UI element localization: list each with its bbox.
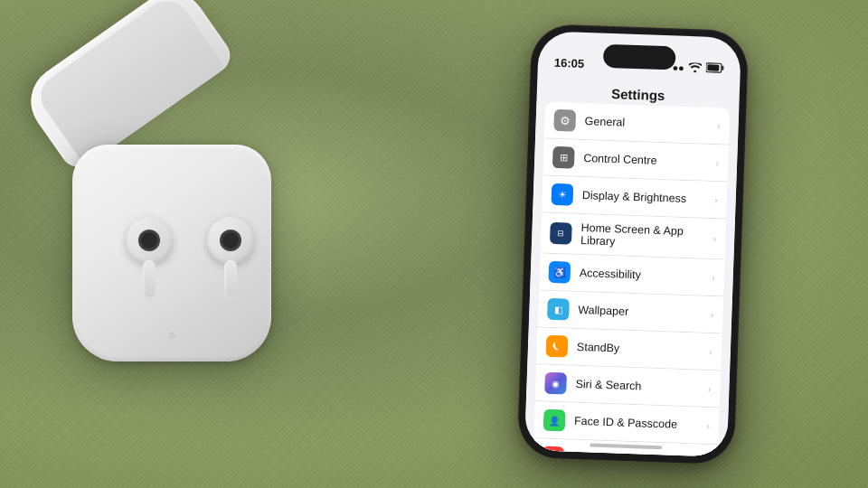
- display-icon: ☀: [551, 183, 573, 206]
- standby-chevron: ›: [709, 346, 712, 357]
- faceid-icon: 👤: [543, 409, 566, 432]
- settings-item-home-screen[interactable]: ⊟ Home Screen & App Library ›: [541, 212, 726, 259]
- airpod-right: [199, 217, 262, 298]
- wallpaper-icon: ◧: [547, 298, 570, 321]
- battery-icon: [706, 62, 724, 76]
- accessibility-chevron: ›: [712, 272, 715, 283]
- control-centre-label: Control Centre: [583, 152, 716, 169]
- siri-chevron: ›: [708, 383, 712, 394]
- accessibility-label: Accessibility: [580, 267, 712, 284]
- svg-rect-1: [722, 66, 723, 70]
- wallpaper-label: Wallpaper: [578, 304, 711, 321]
- settings-list[interactable]: ⚙ General › ⊞ Control Centre › ☀: [524, 101, 739, 457]
- airpods-container: [54, 90, 289, 361]
- airpods-inside: [108, 217, 271, 298]
- dynamic-island: [603, 44, 676, 70]
- airpod-right-bud: [207, 217, 254, 264]
- general-label: General: [584, 115, 717, 132]
- airpod-left: [118, 217, 181, 298]
- airpods-case: [72, 145, 271, 361]
- home-screen-label: Home Screen & App Library: [580, 221, 713, 251]
- control-centre-chevron: ›: [715, 157, 719, 168]
- standby-label: StandBy: [577, 341, 710, 358]
- siri-label: Siri & Search: [575, 378, 708, 395]
- accessibility-icon: ♿: [548, 261, 571, 284]
- settings-item-siri[interactable]: ◉ Siri & Search ›: [535, 364, 721, 408]
- home-screen-chevron: ›: [712, 233, 716, 244]
- display-chevron: ›: [714, 194, 718, 205]
- case-led: [168, 332, 175, 339]
- status-icons: ●●: [672, 61, 724, 75]
- svg-rect-2: [707, 64, 719, 70]
- airpod-right-stem: [224, 260, 237, 298]
- iphone: 16:05 ●● Settings: [517, 23, 750, 465]
- general-icon: ⚙: [553, 109, 576, 132]
- airpod-left-bud: [126, 217, 173, 264]
- siri-icon: ◉: [544, 372, 567, 395]
- settings-item-standby[interactable]: ⏾ StandBy ›: [536, 327, 722, 371]
- emergency-icon: SOS: [542, 446, 564, 457]
- general-chevron: ›: [717, 120, 721, 131]
- wallpaper-chevron: ›: [710, 309, 713, 320]
- control-centre-icon: ⊞: [552, 146, 575, 169]
- iphone-screen: 16:05 ●● Settings: [524, 31, 741, 457]
- settings-item-general[interactable]: ⚙ General ›: [544, 102, 730, 145]
- standby-icon: ⏾: [546, 335, 569, 358]
- airpod-left-stem: [143, 260, 156, 298]
- settings-item-wallpaper[interactable]: ◧ Wallpaper ›: [538, 290, 723, 333]
- emergency-label: Emergency SOS: [572, 452, 705, 457]
- settings-section-1: ⚙ General › ⊞ Control Centre › ☀: [529, 102, 731, 457]
- status-time: 16:05: [554, 56, 585, 70]
- display-label: Display & Brightness: [582, 189, 715, 206]
- settings-item-control-centre[interactable]: ⊞ Control Centre ›: [543, 139, 729, 183]
- home-screen-icon: ⊟: [550, 222, 572, 245]
- faceid-label: Face ID & Passcode: [574, 415, 707, 432]
- settings-page-title: Settings: [611, 86, 665, 103]
- settings-item-display[interactable]: ☀ Display & Brightness ›: [542, 175, 727, 219]
- settings-item-faceid[interactable]: 👤 Face ID & Passcode ›: [533, 401, 719, 445]
- faceid-chevron: ›: [706, 420, 710, 431]
- wifi-icon: [689, 62, 702, 74]
- settings-item-accessibility[interactable]: ♿ Accessibility ›: [539, 253, 724, 296]
